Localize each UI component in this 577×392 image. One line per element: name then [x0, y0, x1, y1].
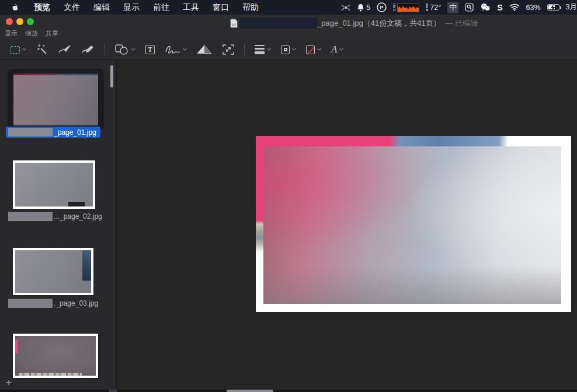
menu-edit[interactable]: 编辑	[91, 2, 112, 13]
sketch-icon	[58, 44, 71, 55]
thumbnail-3-image	[15, 250, 91, 293]
menu-bar-left: 预览 文件 编辑 显示 前往 工具 窗口 帮助	[0, 2, 261, 13]
drone-icon[interactable]	[341, 4, 350, 12]
document-canvas	[117, 60, 577, 392]
main-image-top-band	[256, 136, 571, 146]
sign-button[interactable]	[160, 41, 192, 58]
toolbar-divider	[105, 44, 105, 55]
menu-tools[interactable]: 工具	[180, 2, 201, 13]
thumbnail-1-top-strip	[13, 74, 98, 75]
toolbar-labels: 显示 缩放 共享	[5, 29, 58, 38]
dock-top-sliver	[0, 390, 577, 392]
thumbnail-page-02[interactable]	[13, 160, 95, 209]
sidebar-scrollbar[interactable]	[110, 65, 113, 88]
selection-tool-button[interactable]	[5, 41, 31, 58]
menu-help[interactable]: 帮助	[240, 2, 261, 13]
font-style-icon: A	[331, 44, 337, 55]
fill-color-icon	[306, 46, 315, 54]
adjust-color-button[interactable]	[192, 41, 217, 58]
sketch-button[interactable]	[53, 41, 77, 58]
fill-color-button[interactable]	[301, 41, 326, 58]
line-weight-button[interactable]	[249, 41, 276, 58]
menu-bar-date[interactable]: 3月	[566, 2, 577, 12]
instant-alpha-button[interactable]	[31, 41, 53, 58]
show-toolbar-button[interactable]: 显示	[5, 29, 18, 38]
spotlight-icon[interactable]	[465, 3, 474, 12]
dock-segment	[109, 390, 117, 392]
menu-go[interactable]: 前往	[151, 2, 172, 13]
wifi-icon[interactable]	[509, 4, 520, 11]
thumbnail-2-label[interactable]: ..._page_02.jpg	[8, 212, 102, 221]
chevron-down-icon	[317, 46, 321, 50]
chevron-down-icon	[339, 46, 343, 50]
cpu-label: CPU	[393, 4, 395, 12]
window-titlebar: 显示 缩放 共享 _page_01.jpg （41份文稿，共41页） — 已编辑	[0, 15, 577, 40]
share-toolbar-button[interactable]: 共享	[46, 29, 58, 38]
screen: 预览 文件 编辑 显示 前往 工具 窗口 帮助 5 P CPU	[0, 0, 577, 392]
thumbnail-page-03[interactable]	[13, 248, 93, 295]
menu-app-name[interactable]: 预览	[32, 2, 53, 13]
thumbnail-1-filename: _page_01.jpg	[54, 128, 96, 136]
menu-window[interactable]: 窗口	[210, 2, 231, 13]
apple-menu-icon[interactable]	[11, 3, 19, 12]
adjust-color-icon	[197, 44, 212, 55]
resize-button[interactable]	[217, 41, 239, 58]
window-content: _page_01.jpg ..._page_02.jpg ._page_03.j…	[0, 60, 577, 392]
add-page-button[interactable]: +	[4, 378, 14, 388]
cpu-graph-icon	[397, 3, 419, 12]
input-method-icon[interactable]: 中	[447, 2, 458, 13]
proxy-doc-icon[interactable]	[230, 19, 238, 28]
minimize-window-button[interactable]	[16, 18, 23, 25]
temperature-value: 72°	[430, 4, 441, 12]
battery-percent: 63%	[526, 4, 541, 12]
sign-icon	[165, 44, 180, 55]
markup-toolbar: T A	[0, 40, 577, 60]
cpu-monitor[interactable]: CPU	[393, 3, 419, 12]
text-tool-icon: T	[145, 45, 155, 54]
title-edited-badge: — 已编辑	[446, 18, 478, 29]
chevron-down-icon	[22, 46, 26, 50]
border-color-button[interactable]	[276, 41, 301, 58]
notification-bell[interactable]: 5	[357, 4, 370, 12]
main-image-left-band	[256, 136, 263, 312]
close-window-button[interactable]	[6, 18, 13, 25]
battery-icon[interactable]	[547, 4, 559, 10]
thumbnail-4-bottom-strip	[19, 373, 82, 376]
toolbar-divider	[244, 44, 245, 55]
thumbnail-3-blue-patch	[82, 250, 91, 281]
menu-file[interactable]: 文件	[61, 2, 82, 13]
resize-icon	[223, 44, 234, 55]
thumbnail-2-filename: ..._page_02.jpg	[54, 212, 102, 220]
thumbnail-page-04[interactable]	[13, 334, 98, 378]
line-weight-icon	[255, 45, 265, 54]
thumbnail-2-image	[15, 163, 93, 206]
zoom-toolbar-button[interactable]: 缩放	[25, 29, 38, 38]
thumbnail-3-label[interactable]: ._page_03.jpg	[8, 299, 98, 308]
filename-redacted-block	[239, 18, 317, 29]
instant-alpha-icon	[36, 44, 48, 55]
menu-view[interactable]: 显示	[121, 2, 142, 13]
font-style-button[interactable]: A	[326, 41, 348, 58]
main-image-page-01[interactable]	[256, 136, 571, 312]
menu-bar: 预览 文件 编辑 显示 前往 工具 窗口 帮助 5 P CPU	[0, 0, 577, 15]
chevron-down-icon	[183, 46, 187, 50]
draw-button[interactable]	[77, 41, 100, 58]
wechat-icon[interactable]	[480, 3, 491, 12]
menu-bar-status: 5 P CPU SEN 72° 中 S	[341, 2, 577, 13]
thumbnail-1-label[interactable]: _page_01.jpg	[6, 127, 100, 138]
sensor-temp[interactable]: SEN 72°	[426, 4, 441, 12]
p-circle-icon[interactable]: P	[377, 2, 387, 12]
sensor-label: SEN	[426, 4, 428, 12]
draw-icon	[82, 44, 95, 55]
s-app-icon[interactable]: S	[497, 3, 502, 12]
filename-redacted-block	[8, 299, 53, 308]
text-tool-button[interactable]: T	[140, 41, 160, 58]
notification-count: 5	[366, 4, 370, 12]
thumbnail-4-image	[15, 336, 96, 376]
dock-segment	[227, 390, 273, 392]
thumbnail-3-filename: ._page_03.jpg	[54, 299, 98, 307]
zoom-window-button[interactable]	[27, 18, 34, 25]
thumbnail-page-01[interactable]	[13, 74, 98, 125]
svg-text:P: P	[380, 5, 384, 10]
shapes-button[interactable]	[110, 41, 140, 58]
